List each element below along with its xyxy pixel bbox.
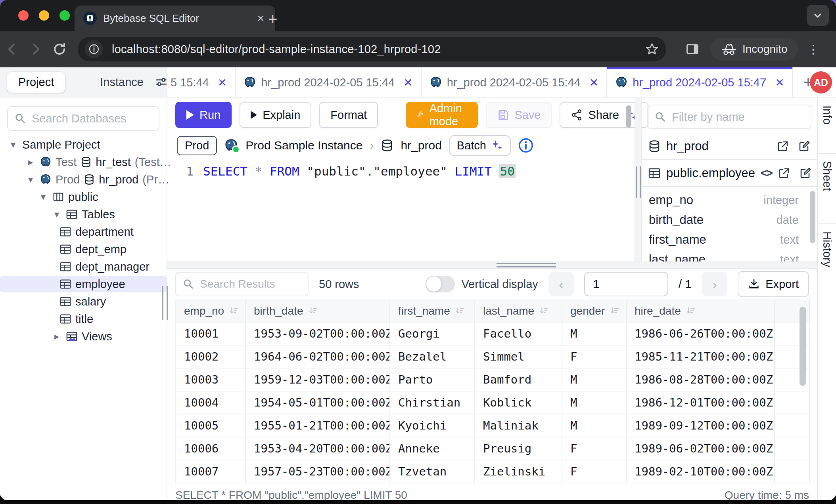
sidebar-filter-icon[interactable] bbox=[155, 75, 168, 89]
column-row[interactable]: last_name text bbox=[649, 250, 810, 262]
tree-item-views[interactable]: ▸ Views bbox=[0, 328, 167, 345]
column-row[interactable]: emp_no integer bbox=[649, 190, 810, 210]
explain-button[interactable]: Explain bbox=[240, 102, 311, 128]
vertical-display-toggle[interactable] bbox=[426, 276, 455, 292]
address-bar[interactable]: localhost:8080/sql-editor/prod-sample-in… bbox=[78, 37, 666, 61]
editor-tab-2[interactable]: hr_prod 2024-02-05 15:44 ✕ bbox=[422, 67, 607, 97]
prev-page-button[interactable]: ‹ bbox=[548, 272, 574, 296]
database-search[interactable] bbox=[7, 106, 159, 131]
tree-item-department[interactable]: department bbox=[0, 223, 167, 240]
sort-icon[interactable] bbox=[539, 306, 549, 316]
close-tab-icon[interactable]: × bbox=[255, 11, 267, 25]
close-tab-icon[interactable]: ✕ bbox=[403, 76, 412, 89]
schema-database-row[interactable]: hr_prod bbox=[642, 133, 817, 160]
export-button[interactable]: Export bbox=[738, 271, 809, 297]
reload-button[interactable] bbox=[48, 42, 71, 57]
caret-right-icon[interactable]: ▸ bbox=[25, 157, 36, 168]
column-row[interactable]: birth_date date bbox=[649, 210, 810, 230]
browser-menu-icon[interactable]: ⋮ bbox=[807, 42, 819, 56]
column-header[interactable]: gender bbox=[562, 300, 626, 322]
column-row[interactable]: first_name text bbox=[649, 230, 810, 250]
schema-filter-input[interactable] bbox=[671, 110, 804, 124]
caret-down-icon[interactable]: ▾ bbox=[52, 209, 62, 220]
table-row[interactable]: 100051955-01-21T00:00:00ZKyoichiMaliniak… bbox=[176, 414, 809, 437]
results-search[interactable] bbox=[175, 272, 309, 296]
column-header[interactable]: hire_date bbox=[626, 300, 775, 322]
tree-item-project[interactable]: ▾ Sample Project bbox=[0, 136, 167, 153]
environment-chip[interactable]: Prod bbox=[177, 136, 217, 155]
format-button[interactable]: Format bbox=[319, 102, 378, 128]
editor-tab-3-active[interactable]: hr_prod 2024-02-05 15:47 ✕ bbox=[607, 67, 793, 97]
table-row[interactable]: 100031959-12-03T00:00:00ZPartoBamfordM19… bbox=[176, 368, 809, 391]
side-panel-icon[interactable] bbox=[685, 42, 700, 56]
close-tab-icon[interactable]: ✕ bbox=[218, 76, 227, 89]
new-tab-button[interactable]: + bbox=[268, 11, 277, 27]
database-search-input[interactable] bbox=[31, 112, 152, 126]
close-tab-icon[interactable]: ✕ bbox=[589, 76, 598, 89]
column-list-scrollbar[interactable] bbox=[810, 191, 815, 243]
close-window-button[interactable] bbox=[18, 10, 29, 21]
edit-icon[interactable] bbox=[799, 167, 812, 179]
site-info-icon[interactable] bbox=[85, 40, 103, 58]
tree-item-tables[interactable]: ▾ Tables bbox=[0, 206, 167, 223]
page-input[interactable] bbox=[584, 272, 668, 296]
tree-item-public[interactable]: ▾ public bbox=[0, 189, 167, 205]
tree-item-dept-manager[interactable]: dept_manager bbox=[0, 258, 167, 275]
tree-item-salary[interactable]: salary bbox=[0, 293, 167, 310]
table-row[interactable]: 100011953-09-02T00:00:00ZGeorgiFacelloM1… bbox=[176, 322, 809, 345]
info-circle-icon[interactable] bbox=[518, 137, 534, 153]
schema-table-row[interactable]: public.employee <> bbox=[642, 160, 817, 187]
minimize-window-button[interactable] bbox=[39, 10, 49, 21]
save-button[interactable]: Save bbox=[486, 102, 552, 128]
schema-filter[interactable] bbox=[647, 105, 811, 129]
horizontal-splitter[interactable] bbox=[167, 262, 817, 269]
editor-tab-1[interactable]: hr_prod 2024-02-05 15:44 ✕ bbox=[236, 67, 421, 97]
tab-project[interactable]: Project bbox=[7, 72, 65, 93]
sort-icon[interactable] bbox=[455, 306, 465, 316]
database-name[interactable]: hr_prod bbox=[401, 139, 441, 152]
editor-tab-0[interactable]: 5 15:44 ✕ bbox=[167, 67, 236, 97]
table-row[interactable]: 100041954-05-01T00:00:00ZChirstianKoblic… bbox=[176, 391, 809, 414]
edit-icon[interactable] bbox=[798, 140, 811, 153]
column-header[interactable]: last_name bbox=[475, 300, 562, 322]
caret-right-icon[interactable]: ▸ bbox=[52, 331, 62, 342]
column-header[interactable]: first_name bbox=[390, 300, 475, 322]
open-external-icon[interactable] bbox=[778, 167, 790, 179]
vertical-splitter[interactable] bbox=[635, 98, 642, 262]
caret-down-icon[interactable]: ▾ bbox=[25, 174, 36, 185]
column-header[interactable]: emp_no bbox=[176, 300, 245, 322]
rail-tab-info[interactable]: Info bbox=[818, 98, 836, 154]
table-row[interactable]: 100021964-06-02T00:00:00ZBezalelSimmelF1… bbox=[176, 345, 809, 368]
rail-tab-history[interactable]: History bbox=[818, 224, 836, 500]
bookmark-star-icon[interactable] bbox=[645, 42, 659, 56]
browser-tab[interactable]: Bytebase SQL Editor × bbox=[75, 6, 275, 31]
user-avatar[interactable]: AD bbox=[810, 71, 832, 94]
caret-down-icon[interactable]: ▾ bbox=[38, 191, 48, 202]
tree-item-hr-test[interactable]: ▸ Test hr_test (Test… bbox=[0, 154, 167, 170]
sort-icon[interactable] bbox=[229, 306, 239, 316]
tree-item-hr-prod[interactable]: ▾ Prod hr_prod (Pr… bbox=[0, 171, 167, 188]
tab-instance[interactable]: Instance bbox=[89, 72, 155, 93]
code-icon[interactable]: <> bbox=[761, 167, 772, 179]
zoom-window-button[interactable] bbox=[59, 10, 70, 21]
rail-tab-sheet[interactable]: Sheet bbox=[818, 154, 836, 224]
run-button[interactable]: Run bbox=[175, 102, 232, 128]
instance-name[interactable]: Prod Sample Instance bbox=[245, 139, 362, 152]
close-tab-icon[interactable]: ✕ bbox=[775, 76, 784, 89]
table-row[interactable]: 100071957-05-23T00:00:00ZTzvetanZielinsk… bbox=[176, 460, 809, 483]
results-scrollbar[interactable] bbox=[800, 307, 806, 386]
forward-button[interactable] bbox=[24, 42, 48, 57]
caret-down-icon[interactable]: ▾ bbox=[8, 139, 18, 150]
next-page-button[interactable]: › bbox=[702, 272, 727, 296]
sql-editor[interactable]: 1 SELECT * FROM "public"."employee" LIMI… bbox=[167, 159, 635, 262]
batch-button[interactable]: Batch bbox=[449, 135, 511, 156]
table-row[interactable]: 100061953-04-20T00:00:00ZAnnekePreusigF1… bbox=[176, 437, 809, 460]
column-header[interactable]: birth_date bbox=[245, 300, 390, 322]
tab-search-button[interactable] bbox=[807, 5, 829, 26]
results-search-input[interactable] bbox=[199, 277, 301, 291]
admin-mode-button[interactable]: Admin mode bbox=[406, 102, 478, 128]
sort-icon[interactable] bbox=[686, 306, 696, 316]
sort-icon[interactable] bbox=[610, 306, 620, 316]
sort-icon[interactable] bbox=[308, 306, 318, 316]
tree-item-employee[interactable]: employee bbox=[0, 276, 167, 292]
